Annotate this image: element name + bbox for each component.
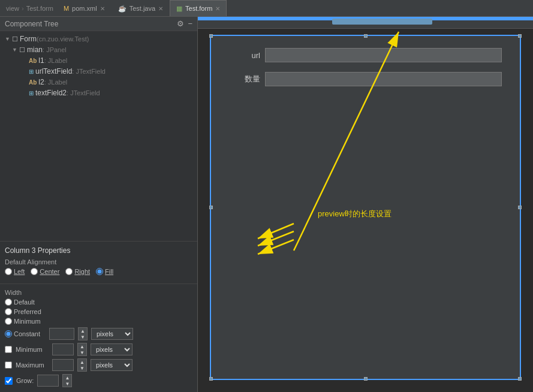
right-panel: url 数量 — [198, 17, 533, 392]
tab-testform[interactable]: ▦ Test.form ✕ — [170, 0, 227, 16]
grow-spinner-down[interactable]: ▼ — [63, 381, 71, 387]
tree-item-l2[interactable]: Ab l2 : JLabel — [0, 77, 197, 88]
minimum-spinner[interactable]: ▲ ▼ — [77, 343, 87, 356]
constant-unit-select[interactable]: pixels em px — [91, 328, 133, 340]
form-node-icon: ☐ — [12, 35, 18, 43]
radio-right-input[interactable] — [65, 268, 73, 275]
tree-item-urltextfield[interactable]: ⊞ urlTextField : JTextField — [0, 66, 197, 77]
min-spinner-down[interactable]: ▼ — [78, 349, 86, 355]
tree-item-textfield2[interactable]: ⊞ textField2 : JTextField — [0, 88, 197, 98]
radio-fill-input[interactable] — [96, 268, 103, 275]
close-pom-icon[interactable]: ✕ — [100, 5, 105, 12]
radio-default[interactable]: Default — [5, 298, 46, 306]
width-preferred-row: Preferred — [5, 308, 192, 315]
section-title: Column 3 Properties — [5, 246, 192, 255]
radio-constant-input[interactable] — [5, 330, 12, 337]
form-content: url 数量 — [211, 36, 520, 108]
tab-testform-label: Test.form — [185, 5, 212, 12]
radio-center-input[interactable] — [31, 268, 38, 275]
minus-icon[interactable]: − — [188, 19, 192, 28]
grow-row: Grow: 1 ▲ ▼ — [5, 374, 192, 387]
minimum-value-input[interactable]: 0 — [52, 343, 74, 355]
radio-right[interactable]: Right — [65, 268, 90, 275]
radio-minimum-label: Minimum — [14, 318, 41, 325]
radio-default-input[interactable] — [5, 298, 12, 306]
xml-icon: M — [64, 5, 69, 12]
radio-left-input[interactable] — [5, 268, 12, 275]
canvas-top-bar — [198, 17, 533, 29]
horizontal-scrollbar[interactable] — [332, 19, 433, 25]
maximum-value-input[interactable]: 0 — [52, 359, 74, 371]
alignment-radio-group: Left Center Right Fill — [5, 268, 192, 275]
max-spinner-down[interactable]: ▼ — [78, 365, 86, 371]
minimum-checkbox-label: Minimum — [16, 346, 49, 353]
tab-pom-label: pom.xml — [72, 5, 97, 12]
handle-tr — [518, 34, 522, 38]
view-breadcrumb: view › Test.form — [2, 5, 57, 12]
radio-preferred-label: Preferred — [14, 308, 41, 315]
preview-annotation-label: preview时的长度设置 — [318, 209, 392, 219]
constant-spinner[interactable]: ▲ ▼ — [78, 327, 88, 340]
l2-node-label: l2 — [38, 78, 44, 86]
minimum-unit-select[interactable]: pixels — [91, 343, 133, 355]
min-spinner-up[interactable]: ▲ — [78, 343, 86, 349]
width-constant-row: Constant 200 ▲ ▼ pixels em px — [5, 327, 192, 340]
textfield2-node-type: : JTextField — [67, 89, 100, 97]
width-label: Width — [5, 289, 192, 296]
width-section: Width Default Preferred Minimum — [0, 284, 197, 392]
radio-minimum-input[interactable] — [5, 318, 12, 325]
url-input[interactable] — [265, 48, 502, 62]
component-tree-container[interactable]: ▼ ☐ Form (cn.zuo.view.Test) ▼ ☐ mian : J… — [0, 31, 197, 241]
maximum-checkbox-row: Maximum 0 ▲ ▼ pixels — [5, 358, 192, 372]
component-tree-title: Component Tree — [5, 20, 58, 28]
maximum-spinner[interactable]: ▲ ▼ — [77, 358, 87, 372]
gear-icon[interactable]: ⚙ — [177, 19, 184, 28]
radio-constant-label: Constant — [14, 330, 40, 337]
tab-testjava-label: Test.java — [130, 5, 155, 12]
tab-pom[interactable]: M pom.xml ✕ — [57, 0, 112, 16]
width-default-row: Default — [5, 298, 192, 306]
quantity-input[interactable] — [265, 72, 502, 86]
radio-left[interactable]: Left — [5, 268, 25, 275]
handle-mr — [518, 206, 522, 209]
form-node-label: Form — [20, 35, 37, 43]
tree-item-form[interactable]: ▼ ☐ Form (cn.zuo.view.Test) — [0, 34, 197, 44]
radio-constant[interactable]: Constant — [5, 330, 46, 337]
grow-spinner-up[interactable]: ▲ — [63, 375, 71, 381]
view-label-text: view — [6, 5, 19, 12]
handle-tl — [209, 34, 213, 38]
url-label: url — [229, 51, 265, 60]
mian-node-label: mian — [27, 46, 43, 54]
default-alignment-label: Default Alignment — [5, 258, 192, 266]
radio-center[interactable]: Center — [31, 268, 59, 275]
constant-value-input[interactable]: 200 — [49, 328, 74, 340]
urltextfield-node-label: urlTextField — [35, 67, 72, 76]
tree-item-l1[interactable]: Ab l1 : JLabel — [0, 55, 197, 66]
quantity-row: 数量 — [229, 72, 502, 86]
tree-item-mian[interactable]: ▼ ☐ mian : JPanel — [0, 44, 197, 55]
radio-center-label: Center — [40, 268, 59, 275]
minimum-checkbox[interactable] — [5, 346, 12, 353]
grow-value-input[interactable]: 1 — [37, 375, 59, 387]
maximum-unit-select[interactable]: pixels — [91, 359, 133, 371]
radio-default-label: Default — [14, 298, 35, 306]
tree-arrow-mian: ▼ — [12, 47, 19, 53]
close-testform-icon[interactable]: ✕ — [215, 5, 220, 12]
l2-node-type: : JLabel — [44, 79, 68, 86]
radio-minimum[interactable]: Minimum — [5, 318, 46, 325]
maximum-checkbox[interactable] — [5, 361, 12, 369]
spinner-up[interactable]: ▲ — [79, 328, 87, 334]
tab-testjava[interactable]: ☕ Test.java ✕ — [112, 0, 170, 16]
radio-fill[interactable]: Fill — [96, 268, 113, 275]
close-testjava-icon[interactable]: ✕ — [158, 5, 163, 12]
radio-fill-label: Fill — [105, 268, 113, 275]
spinner-down[interactable]: ▼ — [79, 334, 87, 340]
grow-checkbox[interactable] — [5, 377, 13, 385]
form-icon: ▦ — [176, 5, 182, 13]
urltextfield-node-icon: ⊞ — [29, 68, 34, 75]
grow-spinner[interactable]: ▲ ▼ — [62, 374, 72, 387]
radio-preferred-input[interactable] — [5, 308, 12, 315]
radio-preferred[interactable]: Preferred — [5, 308, 46, 315]
max-spinner-up[interactable]: ▲ — [78, 359, 86, 365]
url-row: url — [229, 48, 502, 62]
